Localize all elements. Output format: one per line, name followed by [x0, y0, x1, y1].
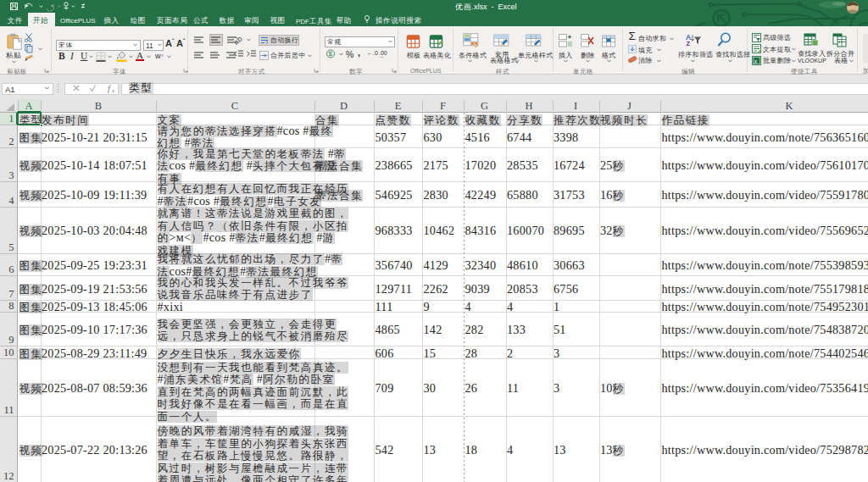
svg-text:x: x	[161, 53, 164, 58]
svg-text:Z: Z	[687, 40, 691, 47]
svg-text:ab: ab	[235, 35, 244, 45]
svg-text:f: f	[108, 84, 111, 93]
svg-text:x: x	[754, 58, 758, 64]
svg-text:w: w	[155, 52, 161, 60]
svg-text:x: x	[111, 87, 115, 93]
svg-text:$: $	[329, 50, 333, 58]
